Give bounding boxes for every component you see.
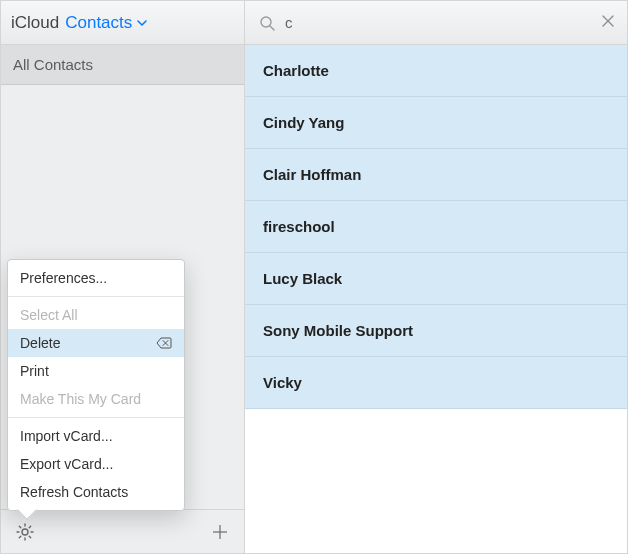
contact-row[interactable]: Vicky [245, 357, 627, 409]
contact-row[interactable]: Sony Mobile Support [245, 305, 627, 357]
svg-line-6 [29, 536, 31, 538]
menu-label: Delete [20, 335, 60, 351]
section-label: Contacts [65, 13, 132, 33]
menu-item-make-card: Make This My Card [8, 385, 184, 413]
plus-icon [210, 522, 230, 542]
menu-label: Select All [20, 307, 78, 323]
search-input[interactable] [283, 13, 593, 32]
contact-row[interactable]: Charlotte [245, 45, 627, 97]
sidebar-bottom [1, 509, 244, 553]
menu-label: Print [20, 363, 49, 379]
main-panel: Charlotte Cindy Yang Clair Hoffman fires… [245, 1, 627, 553]
menu-label: Export vCard... [20, 456, 113, 472]
group-label: All Contacts [13, 56, 93, 73]
search-bar [245, 1, 627, 45]
contact-list: Charlotte Cindy Yang Clair Hoffman fires… [245, 45, 627, 553]
contact-row[interactable]: Cindy Yang [245, 97, 627, 149]
contact-name: Vicky [263, 374, 302, 391]
brand-label: iCloud [11, 13, 59, 33]
app-bar: iCloud Contacts [1, 1, 244, 45]
add-button[interactable] [210, 522, 230, 542]
sidebar-item-all-contacts[interactable]: All Contacts [1, 45, 244, 85]
contact-name: Clair Hoffman [263, 166, 361, 183]
contact-name: Charlotte [263, 62, 329, 79]
menu-separator [8, 417, 184, 418]
contact-row[interactable]: Clair Hoffman [245, 149, 627, 201]
app-root: iCloud Contacts All Contacts Preferences… [0, 0, 628, 554]
chevron-down-icon [136, 17, 148, 29]
menu-separator [8, 296, 184, 297]
menu-item-refresh[interactable]: Refresh Contacts [8, 478, 184, 506]
menu-item-export-vcard[interactable]: Export vCard... [8, 450, 184, 478]
contact-row[interactable]: fireschool [245, 201, 627, 253]
menu-label: Preferences... [20, 270, 107, 286]
menu-item-delete[interactable]: Delete [8, 329, 184, 357]
menu-label: Refresh Contacts [20, 484, 128, 500]
menu-label: Make This My Card [20, 391, 141, 407]
menu-item-print[interactable]: Print [8, 357, 184, 385]
delete-icon [156, 337, 172, 349]
contact-name: fireschool [263, 218, 335, 235]
settings-menu: Preferences... Select All Delete Print M… [7, 259, 185, 511]
close-icon [601, 14, 615, 31]
menu-item-select-all: Select All [8, 301, 184, 329]
svg-line-8 [19, 536, 21, 538]
svg-point-0 [22, 529, 28, 535]
search-icon [259, 15, 275, 31]
section-picker[interactable]: Contacts [65, 13, 148, 33]
menu-label: Import vCard... [20, 428, 113, 444]
menu-item-preferences[interactable]: Preferences... [8, 264, 184, 292]
gear-icon [15, 522, 35, 542]
contact-name: Sony Mobile Support [263, 322, 413, 339]
settings-button[interactable] [15, 522, 35, 542]
svg-line-7 [29, 526, 31, 528]
clear-search-button[interactable] [601, 14, 615, 31]
contact-row[interactable]: Lucy Black [245, 253, 627, 305]
svg-point-11 [261, 17, 271, 27]
menu-item-import-vcard[interactable]: Import vCard... [8, 422, 184, 450]
contact-name: Cindy Yang [263, 114, 344, 131]
svg-line-5 [19, 526, 21, 528]
sidebar: iCloud Contacts All Contacts Preferences… [1, 1, 245, 553]
svg-line-12 [270, 26, 274, 30]
contact-name: Lucy Black [263, 270, 342, 287]
